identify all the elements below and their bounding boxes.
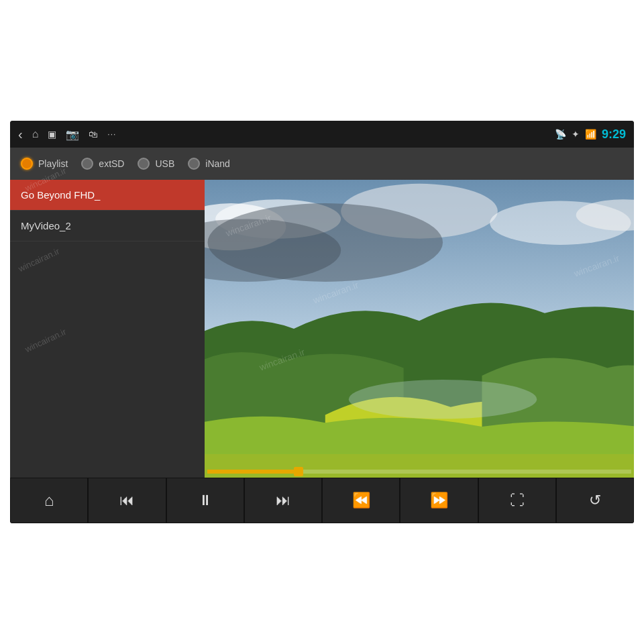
video-area[interactable]: wincairan.ir wincairan.ir wincairan.ir w… [205,180,634,478]
playlist-item-2[interactable]: MyVideo_2 [10,211,205,241]
tab-inand[interactable]: iNand [188,158,230,170]
tab-label-inand: iNand [205,158,230,169]
video-progress-fill [207,470,301,474]
next-button[interactable]: ⏭ [244,478,322,523]
home-button[interactable]: ⌂ [10,478,88,523]
tab-label-usb: USB [155,158,174,169]
svg-point-9 [349,380,537,419]
back-ctrl-button[interactable]: ↺ [556,478,634,523]
tab-label-playlist: Playlist [38,158,68,169]
previous-button[interactable]: ⏮ [88,478,166,523]
svg-rect-8 [205,454,634,478]
home-ctrl-icon: ⌂ [44,491,54,510]
tab-label-extsd: extSD [99,158,124,169]
fullscreen-button[interactable]: ⛶ [478,478,556,523]
recent-apps-icon[interactable]: ▣ [48,129,56,140]
playlist-item-1[interactable]: Go Beyond FHD_ [10,180,205,211]
status-bar-right: 📡 ✦ 📶 9:29 [555,127,626,142]
fastforward-button[interactable]: ⏩ [400,478,478,523]
watermark-3: wincairan.ir [23,327,68,354]
fastforward-icon: ⏩ [430,492,448,509]
video-frame [205,180,634,478]
tab-dot-inand [188,158,200,170]
content-area: Go Beyond FHD_ MyVideo_2 wincairan.ir wi… [10,180,634,478]
previous-icon: ⏮ [119,492,134,509]
bluetooth-icon: ✦ [572,129,580,140]
source-tabs: Playlist extSD USB iNand [10,148,634,180]
main-content: Playlist extSD USB iNand Go Beyond FHD_ [10,148,634,478]
bag-icon[interactable]: 🛍 [89,129,98,140]
tab-usb[interactable]: USB [138,158,174,170]
status-bar-left: ‹ ⌂ ▣ 📷 🛍 ··· [18,127,116,142]
more-icon[interactable]: ··· [107,129,116,139]
back-button[interactable]: ‹ [18,127,23,142]
fullscreen-icon: ⛶ [510,492,525,509]
wifi-icon: 📶 [585,129,596,140]
clock: 9:29 [602,127,626,142]
pause-icon: ⏸ [198,492,213,509]
rewind-button[interactable]: ⏪ [322,478,400,523]
home-icon[interactable]: ⌂ [32,128,39,140]
tab-extsd[interactable]: extSD [81,158,124,170]
tab-dot-usb [138,158,150,170]
next-icon: ⏭ [276,492,290,509]
cast-icon: 📡 [555,129,566,140]
tab-playlist[interactable]: Playlist [21,158,68,170]
back-ctrl-icon: ↺ [589,492,601,509]
rewind-icon: ⏪ [352,492,370,509]
camera-icon[interactable]: 📷 [66,128,79,141]
status-bar: ‹ ⌂ ▣ 📷 🛍 ··· 📡 ✦ 📶 9:29 [10,121,634,148]
watermark-2: wincairan.ir [17,246,61,274]
tab-dot-extsd [81,158,93,170]
playlist-sidebar: Go Beyond FHD_ MyVideo_2 wincairan.ir wi… [10,180,205,478]
device-frame: ‹ ⌂ ▣ 📷 🛍 ··· 📡 ✦ 📶 9:29 Playlist extSD [10,121,634,523]
pause-button[interactable]: ⏸ [166,478,244,523]
tab-dot-playlist [21,158,33,170]
progress-thumb [294,467,303,476]
bottom-controls: ⌂ ⏮ ⏸ ⏭ ⏪ ⏩ ⛶ ↺ [10,478,634,523]
video-progress-bar[interactable] [207,470,631,474]
